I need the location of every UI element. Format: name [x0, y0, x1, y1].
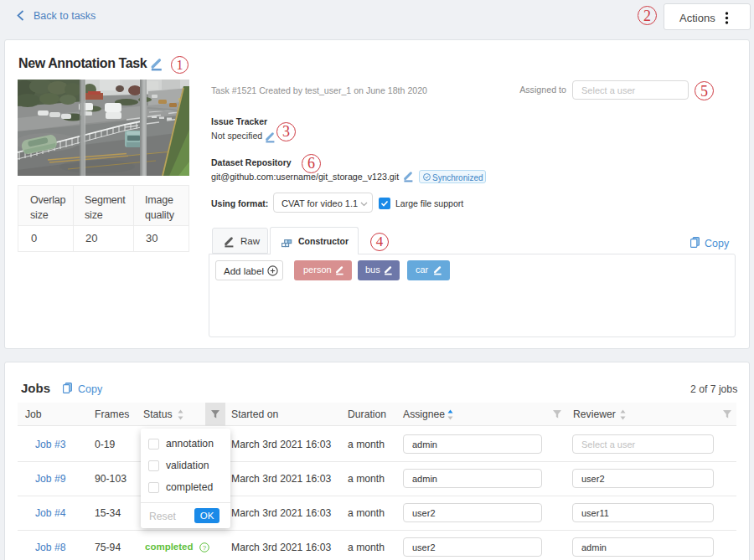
svg-text:?: ?	[203, 544, 207, 552]
